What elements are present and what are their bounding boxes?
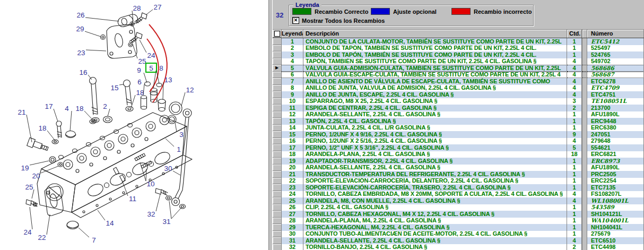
table-row[interactable]: 19ADAPTADOR-TRANSMISOR, 2.25L 4 CIL. GAS… (273, 158, 644, 165)
cell-ctd[interactable]: 1 (567, 125, 582, 132)
cell-ctd[interactable]: 2 (567, 105, 582, 111)
row-selector[interactable] (273, 138, 282, 145)
row-selector[interactable] (273, 72, 282, 79)
table-row[interactable]: 7ANILLO DE ASIENTO DE VÁLVULA DE ESCAPE-… (273, 78, 644, 85)
cell-numero[interactable]: ETC4498 (587, 244, 644, 250)
table-row[interactable]: 3EMBOLO DE TAPÓN, TAMBIÉN SE SUSTITUYE C… (273, 51, 644, 58)
table-row[interactable]: 15PERNO, 1/2UNF X 4 9/16, 2.25L 4 CIL. G… (273, 131, 644, 138)
row-selector[interactable] (273, 197, 282, 204)
callout-3[interactable]: 3 (179, 131, 184, 139)
cell-ctd[interactable]: 1 (567, 45, 582, 52)
row-selector[interactable] (273, 58, 282, 65)
cell-ctd[interactable]: 1 (567, 231, 582, 238)
cell-numero[interactable]: ERC6380 (587, 125, 644, 132)
cell-numero[interactable]: 568687 (587, 72, 644, 79)
cell-numero[interactable]: ERC9448 (587, 118, 644, 125)
callout-25[interactable]: 25 (138, 57, 146, 65)
cell-numero[interactable]: 213700 (587, 105, 644, 111)
callout-26[interactable]: 26 (76, 11, 84, 19)
cell-ctd[interactable]: 4 (567, 58, 582, 65)
table-row[interactable]: 16PERNO, 1/2UNF X 2 5/16, 2.25L 4 CIL. G… (273, 138, 644, 145)
callout-24[interactable]: 24 (23, 228, 32, 236)
row-selector[interactable] (273, 191, 282, 198)
row-selector[interactable] (273, 165, 282, 171)
callout-9[interactable]: 9 (137, 66, 141, 74)
cell-leyenda[interactable]: 26 (282, 204, 303, 211)
callout-30[interactable]: 30 (164, 165, 172, 173)
callout-23[interactable]: 23 (77, 49, 85, 57)
callout-5[interactable]: 5 (149, 64, 153, 72)
column-header-leyenda[interactable]: Leyenda (282, 30, 303, 38)
cell-descripcion[interactable]: VÁLVULA GUÍA-ADMISIÓN-CULATA, TAMBIÉN SE… (303, 65, 567, 72)
cell-ctd[interactable]: 1 (567, 204, 582, 211)
callout-18[interactable]: 18 (75, 105, 83, 113)
cell-numero[interactable]: 543589 (587, 204, 644, 211)
cell-ctd[interactable]: 1 (567, 218, 582, 225)
cell-numero[interactable]: ETC6510 (587, 237, 644, 244)
row-selector[interactable] (273, 85, 282, 92)
table-row[interactable]: 18ARANDELA-PLANA, 2.25L 4 CIL. GASOLINA … (273, 151, 644, 158)
row-selector[interactable] (273, 171, 282, 178)
callout-2[interactable]: 2 (103, 102, 107, 110)
cell-leyenda[interactable]: 27 (282, 211, 303, 218)
cell-numero[interactable]: ETC4751 (587, 91, 644, 98)
cell-numero[interactable]: AFU1890L (587, 111, 644, 118)
cell-descripcion[interactable]: ARANDELA-SELLANTE, 2.25L 4 CIL. GASOLINA… (303, 237, 567, 244)
cell-ctd[interactable]: 18 (567, 151, 582, 158)
callout-18[interactable]: 18 (38, 124, 46, 132)
cell-leyenda[interactable]: 18 (282, 151, 303, 158)
cell-descripcion[interactable]: CLIP, 2.25L 4 CIL. GASOLINA § (303, 204, 567, 211)
cell-ctd[interactable]: 1 (567, 184, 582, 191)
cell-descripcion[interactable]: SOPORTE-ELEVACIÓN-CARROCERÍA, DELANTERO,… (303, 178, 567, 185)
row-selector[interactable] (273, 105, 282, 111)
table-row[interactable]: 26CLIP, 2.25L 4 CIL. GASOLINA §1543589 (273, 204, 644, 211)
cell-leyenda[interactable]: 10 (282, 98, 303, 105)
cell-leyenda[interactable]: 28 (282, 218, 303, 225)
row-selector[interactable] (273, 45, 282, 52)
callout-24[interactable]: 24 (147, 51, 155, 59)
row-selector[interactable]: ▶ (273, 65, 282, 72)
cell-ctd[interactable]: 4 (567, 72, 582, 79)
cell-numero[interactable]: WL108001L (587, 197, 644, 204)
callout-13[interactable]: 13 (164, 76, 172, 84)
cell-descripcion[interactable]: ANILLO DE ASIENTO DE VÁLVULA DE ESCAPE-C… (303, 78, 567, 85)
row-selector[interactable] (273, 91, 282, 98)
cell-descripcion[interactable]: PERNO, 1/2UNF X 2 5/16, 2.25L 4 CIL. GAS… (303, 138, 567, 145)
cell-descripcion[interactable]: TUERCA-HEXAGONAL, M4, 2.25L 4 CIL. GASOL… (303, 224, 567, 231)
row-selector[interactable] (273, 51, 282, 58)
table-row[interactable]: 10ESPÁRRAGO, M8 X 25, 2.25L 4 CIL. GASOL… (273, 98, 644, 105)
table-row[interactable]: 24TORNILLO, CABEZA EMBRIDADA, M8 X 20MM,… (273, 191, 644, 198)
table-row[interactable]: 14JUNTA-CULATA, 2.25L 4 CIL. L/R GASOLIN… (273, 125, 644, 132)
cell-ctd[interactable]: 4 (567, 91, 582, 98)
cell-leyenda[interactable]: 31 (282, 237, 303, 244)
cell-descripcion[interactable]: ARANDELA-SELLANTE, 2.25L 4 CIL. GASOLINA… (303, 165, 567, 171)
table-row[interactable]: 30CONJUNTO TUBO-ALIMENTACIÆN DE ACEITE-M… (273, 231, 644, 238)
cell-leyenda[interactable]: 12 (282, 111, 303, 118)
row-selector[interactable] (273, 237, 282, 244)
cell-descripcion[interactable]: TAPÓN, TAMBIÉN SE SUSTITUYE COMO PARTE D… (303, 58, 567, 65)
cell-numero[interactable]: 549702 (587, 58, 644, 65)
cell-numero[interactable]: TE108051L (587, 98, 644, 105)
cell-descripcion[interactable]: CONJUNTO DE LA CULATA-MOTOR, TAMBIÉN SE … (303, 38, 567, 45)
cell-numero[interactable]: 275679 (587, 231, 644, 238)
row-selector[interactable] (273, 158, 282, 165)
cell-leyenda[interactable]: 8 (282, 85, 303, 92)
row-selector[interactable] (273, 78, 282, 85)
callout-15[interactable]: 15 (110, 84, 118, 92)
cell-ctd[interactable]: 1 (567, 171, 582, 178)
table-row[interactable]: 27TORNILLO, CABEZA HEXAGONAL, M4 X 12, 2… (273, 211, 644, 218)
callout-10[interactable]: 10 (146, 180, 154, 188)
cell-ctd[interactable]: 4 (567, 138, 582, 145)
cell-numero[interactable]: AFU1890L (587, 165, 644, 171)
cell-descripcion[interactable]: ANILLO DE JUNTA, ESCAPE, 2.25L 4 CIL. GA… (303, 91, 567, 98)
cell-numero[interactable]: ERC6821 (587, 151, 644, 158)
table-row[interactable]: 29TUERCA-HEXAGONAL, M4, 2.25L 4 CIL. GAS… (273, 224, 644, 231)
panel-splitter[interactable] (268, 0, 273, 250)
row-selector[interactable] (273, 244, 282, 250)
row-selector[interactable] (273, 184, 282, 191)
cell-leyenda[interactable]: 13 (282, 118, 303, 125)
row-selector[interactable] (273, 118, 282, 125)
cell-descripcion[interactable]: ANILLO DE JUNTA, VÁLVULA DE ADMISIÓN, 2.… (303, 85, 567, 92)
cell-leyenda[interactable]: 19 (282, 158, 303, 165)
callout-11[interactable]: 11 (129, 195, 136, 203)
